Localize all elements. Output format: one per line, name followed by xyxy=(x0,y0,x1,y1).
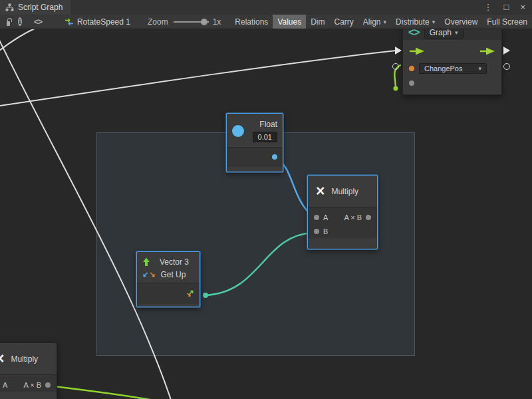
external-flow-arrow-right[interactable] xyxy=(503,47,510,55)
flow-output-arrow-icon[interactable] xyxy=(479,47,495,55)
external-port-ring-right[interactable] xyxy=(503,63,510,70)
info-icon[interactable]: i xyxy=(18,17,22,26)
multiply-partial-header: × Multiply xyxy=(0,343,57,374)
carry-button[interactable]: Carry xyxy=(330,15,358,29)
changepos-dropdown-value: ChangePos xyxy=(424,65,463,72)
flow-input-arrow-icon[interactable] xyxy=(409,47,425,55)
multiply-partial-body: A A × B xyxy=(0,374,57,392)
title-bar: Script Graph ⋮ □ × xyxy=(0,0,532,15)
multiply-node-partial[interactable]: × Multiply A A × B xyxy=(0,342,57,399)
multiply-partial-output-label: A × B xyxy=(23,381,41,389)
multiply-output-port[interactable] xyxy=(366,215,371,220)
axis-arrows-icon: ↙↘ xyxy=(142,270,155,279)
multiply-icon: × xyxy=(316,184,325,199)
float-node-body xyxy=(227,147,283,167)
window-title: Script Graph xyxy=(18,3,63,12)
window-menu-button[interactable]: ⋮ xyxy=(484,0,493,15)
port-row-a: A A × B xyxy=(0,378,57,392)
changepos-port[interactable] xyxy=(409,66,414,71)
multiply-input-b-label: B xyxy=(323,227,328,235)
multiply-node-body: A A × B B xyxy=(308,207,377,238)
port-row-a: A A × B xyxy=(308,210,377,224)
vector3-port-icon: ↘↗ xyxy=(188,288,194,297)
float-type-icon xyxy=(232,125,244,137)
fullscreen-button[interactable]: Full Screen xyxy=(482,15,532,29)
vector3-node-title: Vector 3 xyxy=(160,257,189,267)
maximize-button[interactable]: □ xyxy=(504,0,509,15)
float-node-title: Float xyxy=(259,120,277,129)
values-button[interactable]: Values xyxy=(273,15,306,29)
script-graph-tab[interactable]: Script Graph xyxy=(0,0,70,15)
multiply-partial-output-port[interactable] xyxy=(45,382,51,388)
zoom-value: 1x xyxy=(213,17,221,27)
float-node[interactable]: Float 0.01 xyxy=(226,113,283,172)
port-row-b: B xyxy=(308,224,377,238)
float-value-field[interactable]: 0.01 xyxy=(253,132,277,142)
float-output-port[interactable] xyxy=(272,154,277,160)
multiply-icon: × xyxy=(0,351,4,366)
unity-script-graph-window: { "window": { "title": "Script Graph", "… xyxy=(0,0,532,399)
multiply-output-label: A × B xyxy=(344,213,362,221)
multiply-node-title: Multiply xyxy=(331,187,358,196)
chevron-down-icon: ▾ xyxy=(455,29,458,36)
vector3-getup-node[interactable]: Vector 3 ↙↘ Get Up ↘↗ xyxy=(136,251,200,307)
dim-button[interactable]: Dim xyxy=(306,15,329,29)
graph-toolbar: i <> RotateSpeed 1 Zoom 1x Relations Val… xyxy=(0,15,532,29)
vector3-node-body: ↘↗ xyxy=(137,283,200,304)
distribute-dropdown-button[interactable]: Distribute▾ xyxy=(391,15,440,29)
multiply-input-a-port[interactable] xyxy=(314,215,319,220)
chevron-down-icon: ▾ xyxy=(478,65,481,72)
extra-value-port[interactable] xyxy=(409,80,414,86)
graph-breadcrumb[interactable]: RotateSpeed 1 xyxy=(77,17,130,27)
multiply-partial-title: Multiply xyxy=(11,354,38,364)
graph-window-icon xyxy=(5,3,14,11)
chevron-down-icon: ▾ xyxy=(432,15,436,29)
graph-dropdown-label: Graph xyxy=(430,28,452,37)
multiply-input-a-label: A xyxy=(323,213,328,221)
window-controls: ⋮ □ × xyxy=(484,0,532,15)
multiply-input-b-port[interactable] xyxy=(314,229,319,234)
chevron-down-icon: ▾ xyxy=(384,15,387,29)
changepos-dropdown[interactable]: ChangePos ▾ xyxy=(419,63,487,74)
zoom-slider-handle[interactable] xyxy=(201,19,207,25)
script-machine-icon xyxy=(65,18,74,26)
multiply-node[interactable]: × Multiply A A × B B xyxy=(307,175,378,249)
external-flow-arrow-left[interactable] xyxy=(395,47,402,55)
extra-port-row xyxy=(403,76,501,90)
flow-port-row xyxy=(403,41,501,61)
align-dropdown-button[interactable]: Align▾ xyxy=(358,15,391,29)
changepos-row: ChangePos ▾ xyxy=(403,61,501,76)
relations-button[interactable]: Relations xyxy=(230,15,273,29)
float-node-header: Float 0.01 xyxy=(227,114,283,147)
multiply-node-header: × Multiply xyxy=(308,176,377,207)
vector3-node-header: Vector 3 ↙↘ Get Up xyxy=(137,252,200,283)
zoom-label: Zoom xyxy=(148,17,168,27)
multiply-partial-input-a-label: A xyxy=(3,381,7,389)
lock-icon[interactable] xyxy=(7,21,10,26)
zoom-slider[interactable] xyxy=(174,21,209,23)
vector3-up-arrow-icon xyxy=(142,257,150,267)
edit-graph-icon[interactable]: <> xyxy=(34,17,42,27)
graph-io-node[interactable]: <> Graph ▾ ChangePos ▾ xyxy=(402,25,502,95)
overview-button[interactable]: Overview xyxy=(440,15,482,29)
close-button[interactable]: × xyxy=(520,0,525,15)
external-port-ring-left[interactable] xyxy=(392,63,399,70)
getup-subtitle: Get Up xyxy=(160,270,186,279)
